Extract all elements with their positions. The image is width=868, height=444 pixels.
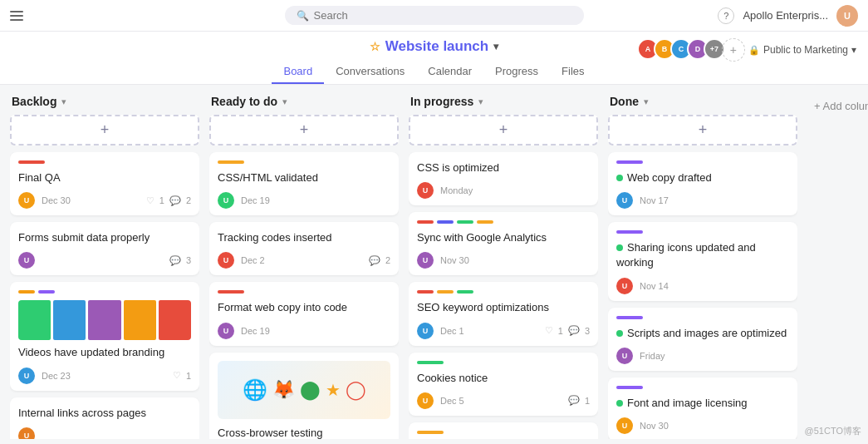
card-title: Final QA xyxy=(18,170,191,185)
card-title: Sharing icons updated and working xyxy=(616,240,789,270)
card-title: Format web copy into code xyxy=(218,300,390,315)
card-avatar: U xyxy=(218,252,234,269)
card-meta: 💬3 xyxy=(169,255,191,266)
cards-list-done: Web copy draftedUNov 17Sharing icons upd… xyxy=(608,152,797,439)
card-title: Cross-browser testing xyxy=(218,426,390,439)
card[interactable]: CSS is optimizedUMonday xyxy=(409,152,598,205)
card-meta: ♡1💬2 xyxy=(146,195,191,206)
card-tag xyxy=(218,290,244,294)
card[interactable]: Format web copy into codeUDec 19 xyxy=(209,282,399,345)
card-date: Dec 1 xyxy=(440,326,464,336)
topbar: 🔍 ? Apollo Enterpris... U xyxy=(0,0,868,32)
search-input[interactable] xyxy=(314,9,572,22)
lock-icon: 🔒 xyxy=(748,45,760,56)
tab-progress[interactable]: Progress xyxy=(483,60,550,84)
card-footer: UDec 19 xyxy=(218,192,390,209)
card[interactable]: Forms submit data properlyU💬3 xyxy=(10,222,199,275)
card-date: Nov 30 xyxy=(640,421,669,431)
card-title: Sync with Google Analytics xyxy=(417,230,590,245)
add-card-button-ready-to-do[interactable]: + xyxy=(209,115,399,146)
comment-count: 3 xyxy=(186,255,191,265)
tag xyxy=(457,290,473,294)
card-title: SEO keyword optimizations xyxy=(417,300,590,315)
column-chevron-backlog[interactable]: ▾ xyxy=(61,96,66,107)
card[interactable]: Tracking codes insertedUDec 2💬2 xyxy=(209,222,399,275)
card[interactable]: Sharing icons updated and workingUNov 14 xyxy=(608,222,797,300)
project-chevron-icon[interactable]: ▾ xyxy=(493,41,498,52)
star-icon[interactable]: ☆ xyxy=(370,40,380,53)
card-date: Nov 17 xyxy=(640,195,669,205)
add-column-button[interactable]: + Add column xyxy=(807,96,868,116)
add-card-button-done[interactable]: + xyxy=(608,115,797,146)
comment-count: 2 xyxy=(186,195,191,205)
column-title-in-progress: In progress xyxy=(410,95,473,108)
card[interactable]: CSS/HTML validatedUDec 19 xyxy=(209,152,399,215)
card-avatar: U xyxy=(218,192,234,209)
browser-icons-image: 🌐 🦊 ⬤ ★ ◯ xyxy=(218,361,390,419)
column-title-ready-to-do: Ready to do xyxy=(211,95,277,108)
card-footer: UDec 19 xyxy=(218,323,390,339)
card-footer: U💬3 xyxy=(18,252,191,269)
like-icon: ♡ xyxy=(146,195,154,206)
card-footer: UNov 30 xyxy=(616,417,789,434)
column-backlog: Backlog ▾ +Final QAUDec 30♡1💬2Forms subm… xyxy=(10,95,199,439)
card[interactable]: Internal links across pagesU xyxy=(10,397,199,439)
tag xyxy=(437,290,454,294)
column-in-progress: In progress ▾ +CSS is optimizedUMondaySy… xyxy=(409,95,598,439)
card-footer: UDec 5💬1 xyxy=(417,392,590,409)
card[interactable]: SEO keyword optimizationsUDec 1♡1💬3 xyxy=(409,282,598,345)
tab-conversations[interactable]: Conversations xyxy=(324,60,416,84)
search-icon: 🔍 xyxy=(297,10,309,22)
watermark: @51CTO博客 xyxy=(805,425,861,437)
card-date: Dec 30 xyxy=(42,195,71,205)
card-footer: UDec 1♡1💬3 xyxy=(417,323,590,339)
card[interactable]: Videos have updated brandingUDec 23♡1 xyxy=(10,282,199,390)
card[interactable]: Web copy draftedUNov 17 xyxy=(608,152,797,215)
menu-button[interactable] xyxy=(10,11,27,21)
user-avatar[interactable]: U xyxy=(836,5,858,27)
card[interactable]: Final QAUDec 30♡1💬2 xyxy=(10,152,199,215)
card-avatar: U xyxy=(417,182,434,199)
cards-list-ready-to-do: CSS/HTML validatedUDec 19Tracking codes … xyxy=(209,152,399,439)
add-card-button-backlog[interactable]: + xyxy=(10,115,199,146)
card[interactable]: Font and image licensingUNov 30 xyxy=(608,377,797,439)
card-footer: UNov 30 xyxy=(417,252,590,269)
visibility-button[interactable]: 🔒 Public to Marketing ▾ xyxy=(748,44,856,56)
card-avatar: U xyxy=(18,252,35,269)
comment-icon: 💬 xyxy=(169,195,181,206)
card-avatar: U xyxy=(616,417,633,434)
card-avatar: U xyxy=(417,252,434,269)
card[interactable]: Scripts and images are optimizedUFriday xyxy=(608,308,797,371)
like-count: 1 xyxy=(558,326,563,336)
search-bar[interactable]: 🔍 xyxy=(285,6,584,25)
column-chevron-in-progress[interactable]: ▾ xyxy=(478,96,483,107)
column-chevron-ready-to-do[interactable]: ▾ xyxy=(282,96,287,107)
help-button[interactable]: ? xyxy=(718,7,734,24)
card-avatar: U xyxy=(18,368,35,384)
card-title: CSS is optimized xyxy=(417,160,590,175)
card-avatar: U xyxy=(616,192,633,209)
card[interactable]: Cookies noticeUDec 5💬1 xyxy=(409,353,598,416)
like-count: 1 xyxy=(159,195,164,205)
card-avatar: U xyxy=(417,323,434,339)
card-footer: UMonday xyxy=(417,182,590,199)
add-card-button-in-progress[interactable]: + xyxy=(409,115,598,146)
column-chevron-done[interactable]: ▾ xyxy=(644,96,649,107)
tab-files[interactable]: Files xyxy=(550,60,596,84)
column-title-done: Done xyxy=(610,95,639,108)
project-header: ☆ Website launch ▾ Board Conversations C… xyxy=(0,32,868,85)
branding-image xyxy=(18,300,191,340)
card-meta: ♡1💬3 xyxy=(545,325,590,336)
project-nav: Board Conversations Calendar Progress Fi… xyxy=(0,60,868,84)
card[interactable]: 🌐 🦊 ⬤ ★ ◯ Cross-browser testingUDec 21💬2 xyxy=(209,353,399,439)
comment-count: 1 xyxy=(585,396,590,406)
card-tag xyxy=(616,386,643,389)
add-member-button[interactable]: + xyxy=(722,38,745,62)
card-meta: ♡1 xyxy=(173,370,191,381)
card[interactable]: Sync with Google AnalyticsUNov 30 xyxy=(409,212,598,275)
card-title: Web copy drafted xyxy=(616,170,789,185)
card-title: Videos have updated branding xyxy=(18,345,191,360)
card[interactable]: Favicon renders properlyUDec 7 xyxy=(409,422,598,439)
tab-calendar[interactable]: Calendar xyxy=(416,60,483,84)
tab-board[interactable]: Board xyxy=(272,60,324,84)
